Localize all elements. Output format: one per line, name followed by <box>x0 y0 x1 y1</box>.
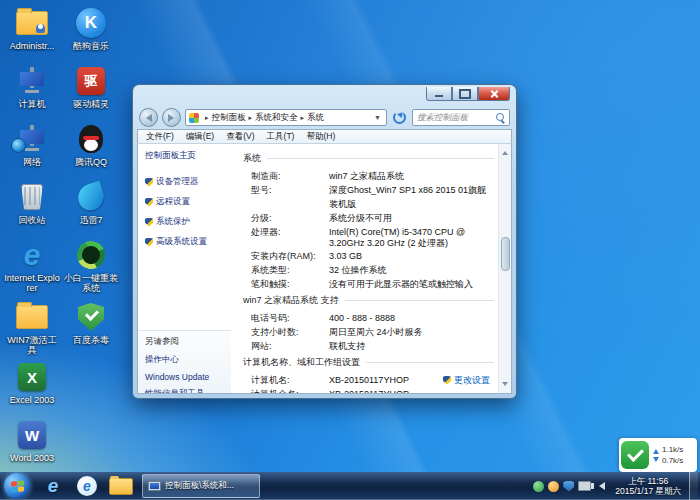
desktop-icon-tencent-qq[interactable]: 腾讯QQ <box>62 122 120 178</box>
computer-icon <box>3 64 61 98</box>
tray-antivirus-icon[interactable] <box>533 481 544 492</box>
show-desktop-button[interactable] <box>689 472 698 500</box>
icon-label: 腾讯QQ <box>62 157 120 167</box>
folder-icon <box>3 300 61 334</box>
clock-date: 2015/1/17 星期六 <box>615 486 681 496</box>
start-button[interactable] <box>4 473 30 499</box>
info-row-full-computer-name: 计算机全名: XB-20150117YHOP <box>243 387 494 393</box>
forward-button[interactable] <box>162 108 181 127</box>
sidebar-item-windows-update[interactable]: Windows Update <box>145 372 231 382</box>
info-row-processor: 处理器: Intel(R) Core(TM) i5-3470 CPU @ 3.2… <box>243 225 494 249</box>
address-dropdown-icon[interactable]: ▼ <box>371 114 384 121</box>
desktop-icon-internet-explorer[interactable]: e Internet Explorer <box>3 238 61 294</box>
row-value: 3.03 GB <box>329 249 494 263</box>
scroll-down-icon[interactable] <box>502 382 508 389</box>
taskbar-explorer[interactable] <box>104 474 138 498</box>
row-label: 电话号码: <box>251 311 329 325</box>
search-icon[interactable] <box>496 113 505 122</box>
tray-security-icon[interactable] <box>563 481 574 492</box>
menu-tools[interactable]: 工具(T) <box>267 131 295 143</box>
tray-volume-icon[interactable] <box>595 482 605 490</box>
row-label: 计算机名: <box>251 373 329 387</box>
tray-network-icon[interactable] <box>578 481 591 491</box>
taskbar-clock[interactable]: 上午 11:56 2015/1/17 星期六 <box>611 476 685 496</box>
sidebar-item-device-manager[interactable]: 设备管理器 <box>145 176 231 188</box>
scroll-up-icon[interactable] <box>502 148 508 155</box>
change-settings-link[interactable]: 更改设置 <box>443 373 494 387</box>
uac-shield-icon <box>145 178 153 187</box>
icon-label: 回收站 <box>3 215 61 225</box>
window-content: 控制面板主页 设备管理器 远程设置 系统保护 高级系统设置 另请参阅 操作中心 … <box>137 144 512 394</box>
desktop-icon-computer[interactable]: 计算机 <box>3 64 61 120</box>
speed-readouts: 1.1k/s 0.7k/s <box>649 444 695 466</box>
sidebar-item-performance-tools[interactable]: 性能信息和工具 <box>145 388 231 394</box>
windows-logo-icon <box>11 480 24 492</box>
info-row-computer-name: 计算机名: XB-20150117YHOP 更改设置 <box>243 373 494 387</box>
sidebar-item-advanced-settings[interactable]: 高级系统设置 <box>145 236 231 248</box>
breadcrumb-control-panel[interactable]: 控制面板 <box>212 112 246 124</box>
minimize-button[interactable] <box>426 87 452 101</box>
ie-icon: e <box>48 475 59 497</box>
row-label: 分级: <box>251 211 329 225</box>
desktop-icon-baidu-antivirus[interactable]: 百度杀毒 <box>62 300 120 356</box>
row-value: XB-20150117YHOP <box>329 387 494 393</box>
sidebar-item-control-panel-home[interactable]: 控制面板主页 <box>145 150 231 162</box>
desktop-icon-network[interactable]: 网络 <box>3 122 61 178</box>
desktop-icon-win7-activator[interactable]: WIN7激活工具 <box>3 300 61 356</box>
desktop-icon-thunder7[interactable]: 迅雷7 <box>62 180 120 236</box>
sidebar-item-label: 高级系统设置 <box>156 236 207 248</box>
scrollbar-thumb[interactable] <box>501 237 510 271</box>
menu-help[interactable]: 帮助(H) <box>306 131 335 143</box>
task-label: 控制面板\系统和... <box>165 480 234 492</box>
info-row-pen-touch: 笔和触摸: 没有可用于此显示器的笔或触控输入 <box>243 277 494 291</box>
menu-file[interactable]: 文件(F) <box>146 131 174 143</box>
desktop-icon-driver-genius[interactable]: 驱 驱动精灵 <box>62 64 120 120</box>
download-arrow-icon <box>653 457 659 465</box>
sidebar-item-action-center[interactable]: 操作中心 <box>145 354 231 366</box>
net-speed-widget[interactable]: 1.1k/s 0.7k/s <box>619 438 697 472</box>
menu-view[interactable]: 查看(V) <box>226 131 254 143</box>
sidebar-item-system-protection[interactable]: 系统保护 <box>145 216 231 228</box>
system-section-header: 系统 <box>243 152 494 165</box>
desktop-icon-word-2003[interactable]: W Word 2003 <box>3 418 61 474</box>
navigation-bar: ▸ 控制面板 ▸ 系统和安全 ▸ 系统 ▼ 搜索控制面板 <box>137 106 512 129</box>
row-value: win7 之家精品系统 <box>329 169 494 183</box>
vertical-scrollbar[interactable] <box>498 144 511 393</box>
address-bar[interactable]: ▸ 控制面板 ▸ 系统和安全 ▸ 系统 ▼ <box>185 109 387 126</box>
refresh-icon[interactable] <box>393 111 406 124</box>
desktop-icon-recycle-bin[interactable]: 回收站 <box>3 180 61 236</box>
upload-arrow-icon <box>653 446 659 454</box>
menu-edit[interactable]: 编辑(E) <box>186 131 214 143</box>
search-input[interactable]: 搜索控制面板 <box>412 109 510 126</box>
breadcrumb-system[interactable]: 系统 <box>307 112 324 124</box>
excel-icon: X <box>3 360 61 394</box>
section-title: 系统 <box>243 152 261 165</box>
taskbar-internet-explorer[interactable]: e <box>36 474 70 498</box>
breadcrumb-system-security[interactable]: 系统和安全 <box>255 112 298 124</box>
row-label: 支持小时数: <box>251 325 329 339</box>
security-check-icon[interactable] <box>621 441 649 469</box>
desktop-icon-admin-folder[interactable]: Administr... <box>3 6 61 62</box>
search-placeholder: 搜索控制面板 <box>417 112 496 124</box>
sidebar-item-remote-settings[interactable]: 远程设置 <box>145 196 231 208</box>
online-support-link[interactable]: 联机支持 <box>329 339 494 353</box>
crumb-separator: ▸ <box>205 114 209 122</box>
rating-unavailable-link[interactable]: 系统分级不可用 <box>329 211 494 225</box>
maximize-button[interactable] <box>452 87 478 101</box>
word-icon: W <box>3 418 61 452</box>
desktop-icon-kugou[interactable]: K 酷狗音乐 <box>62 6 120 62</box>
close-button[interactable] <box>478 87 510 101</box>
driver-genius-icon: 驱 <box>62 64 120 98</box>
sidebar-item-label: 设备管理器 <box>156 176 199 188</box>
window-title-bar[interactable] <box>137 85 512 106</box>
icon-label: 网络 <box>3 157 61 167</box>
desktop-icon-excel-2003[interactable]: X Excel 2003 <box>3 360 61 416</box>
info-row-system-type: 系统类型: 32 位操作系统 <box>243 263 494 277</box>
sidebar-item-label: 系统保护 <box>156 216 190 228</box>
back-button[interactable] <box>139 108 158 127</box>
taskbar-active-task[interactable]: 控制面板\系统和... <box>142 474 260 498</box>
see-also-title: 另请参阅 <box>145 336 231 348</box>
tray-app-icon[interactable] <box>548 481 559 492</box>
taskbar-browser[interactable]: e <box>70 474 104 498</box>
desktop-icon-xiaobai-reinstall[interactable]: 小白一键重装系统 <box>62 238 120 294</box>
